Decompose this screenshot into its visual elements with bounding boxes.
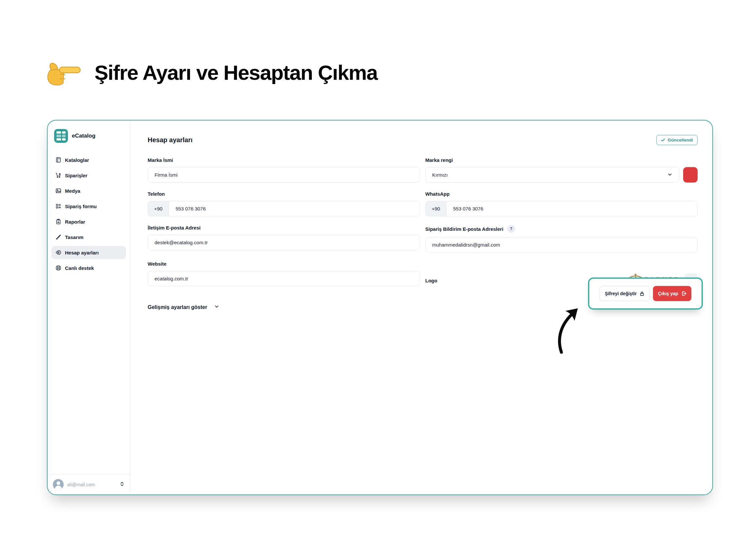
contact-email-label: İletişim E-posta Adresi <box>148 225 420 230</box>
order-form-icon <box>55 203 61 209</box>
sidebar: eCatalog Kataloglar Siparişler Medya Sip… <box>48 120 130 495</box>
pointing-right-emoji-icon <box>46 58 83 87</box>
chevron-down-icon <box>214 304 219 310</box>
page-title: Şifre Ayarı ve Hesaptan Çıkma <box>95 61 377 84</box>
logout-icon <box>681 291 686 296</box>
sidebar-item-label: Hesap ayarları <box>65 250 99 255</box>
app-window: eCatalog Kataloglar Siparişler Medya Sip… <box>47 120 713 495</box>
reports-clipboard-icon <box>55 219 61 224</box>
whatsapp-label: WhatsApp <box>425 191 698 197</box>
lock-icon <box>640 291 644 296</box>
section-title: Hesap ayarları <box>148 136 193 144</box>
ecatalog-logo-icon <box>54 129 68 143</box>
sidebar-item-raporlar[interactable]: Raporlar <box>52 215 126 228</box>
show-advanced-settings-toggle[interactable]: Gelişmiş ayarları göster <box>148 304 219 310</box>
sidebar-item-label: Tasarım <box>65 234 83 240</box>
sidebar-item-kataloglar[interactable]: Kataloglar <box>52 153 126 166</box>
live-support-icon <box>55 265 61 271</box>
phone-input[interactable] <box>169 201 420 216</box>
website-label: Website <box>148 261 420 266</box>
sidebar-nav: Kataloglar Siparişler Medya Sipariş form… <box>48 149 130 275</box>
sidebar-item-hesap-ayarlari[interactable]: Hesap ayarları <box>52 246 126 259</box>
sidebar-item-label: Medya <box>65 188 80 194</box>
brand-name: eCatalog <box>72 133 95 139</box>
sidebar-item-tasarim[interactable]: Tasarım <box>52 230 126 243</box>
website-input[interactable] <box>148 271 420 286</box>
page-heading: Şifre Ayarı ve Hesaptan Çıkma <box>46 58 377 87</box>
brand-color-swatch[interactable] <box>683 167 698 182</box>
check-icon <box>661 138 665 142</box>
sidebar-footer: ali@mail.com <box>48 474 130 495</box>
whatsapp-input[interactable] <box>447 201 697 216</box>
order-notification-email-input[interactable] <box>425 237 698 252</box>
order-notification-email-label: Sipariş Bildirim E-posta Adresleri ? <box>425 225 698 233</box>
status-badge: Güncellendi <box>656 135 698 145</box>
logout-button[interactable]: Çıkış yap <box>653 286 691 301</box>
order-notification-email-field: Sipariş Bildirim E-posta Adresleri ? <box>425 225 698 252</box>
phone-prefix: +90 <box>148 201 169 216</box>
sidebar-item-label: Raporlar <box>65 219 85 224</box>
user-avatar <box>53 479 64 490</box>
whatsapp-prefix: +90 <box>426 201 447 216</box>
change-password-button[interactable]: Şifreyi değiştir <box>599 286 650 301</box>
settings-gear-icon <box>55 249 61 255</box>
sidebar-item-label: Canlı destek <box>65 265 94 271</box>
sidebar-item-siparisler[interactable]: Siparişler <box>52 169 126 182</box>
sidebar-item-label: Kataloglar <box>65 157 89 163</box>
main-content: Hesap ayarları Güncellendi Marka İsmi Ma… <box>130 120 712 495</box>
sidebar-item-label: Siparişler <box>65 173 87 178</box>
design-brush-icon <box>55 234 61 240</box>
sidebar-item-label: Sipariş formu <box>65 203 97 209</box>
phone-field: Telefon +90 <box>148 191 420 216</box>
brand-color-label: Marka rengi <box>425 157 698 163</box>
user-email: ali@mail.com <box>67 482 116 487</box>
website-field: Website <box>148 261 420 288</box>
chevron-down-icon <box>667 172 672 178</box>
whatsapp-field: WhatsApp +90 <box>425 191 698 216</box>
phone-label: Telefon <box>148 191 420 197</box>
brand: eCatalog <box>48 120 130 149</box>
sidebar-item-siparis-formu[interactable]: Sipariş formu <box>52 200 126 213</box>
catalog-book-icon <box>55 157 61 163</box>
contact-email-field: İletişim E-posta Adresi <box>148 225 420 252</box>
brand-name-input[interactable] <box>148 167 420 182</box>
contact-email-input[interactable] <box>148 235 420 250</box>
brand-color-select[interactable]: Kırmızı <box>425 167 679 182</box>
brand-color-field: Marka rengi Kırmızı <box>425 157 698 182</box>
sidebar-item-medya[interactable]: Medya <box>52 184 126 197</box>
media-image-icon <box>55 188 61 194</box>
help-icon[interactable]: ? <box>507 225 515 233</box>
user-menu[interactable]: ali@mail.com <box>53 479 125 490</box>
account-actions-highlight-box: Şifreyi değiştir Çıkış yap <box>588 278 703 310</box>
brand-name-label: Marka İsmi <box>148 157 420 163</box>
brand-name-field: Marka İsmi <box>148 157 420 182</box>
annotation-arrow <box>556 306 588 356</box>
chevron-updown-icon <box>119 481 125 488</box>
orders-cart-icon <box>55 172 61 178</box>
logo-label: Logo <box>425 278 437 284</box>
sidebar-item-canli-destek[interactable]: Canlı destek <box>52 261 126 275</box>
